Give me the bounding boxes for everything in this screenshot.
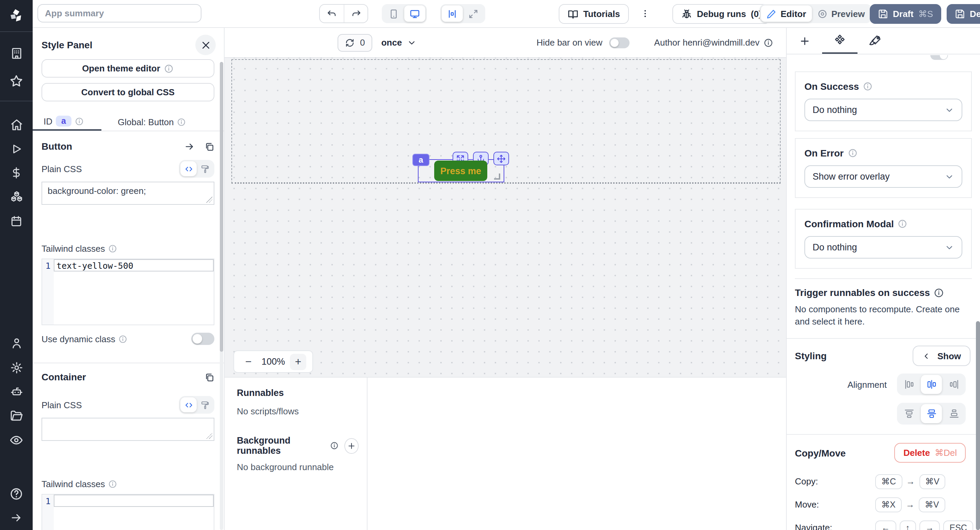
copy-icon[interactable] [204, 372, 215, 382]
component-id-tag[interactable]: a [412, 154, 430, 166]
hide-bar-on-view-toggle[interactable] [609, 37, 630, 48]
play-icon [10, 143, 22, 155]
tutorials-button[interactable]: Tutorials [559, 4, 629, 24]
top-toolbar: App summary [33, 0, 980, 28]
kbd-cmd-v: ⌘V [919, 474, 946, 489]
refresh-count: 0 [360, 37, 365, 48]
sidebar-item-settings[interactable] [0, 355, 33, 380]
styling-show-button[interactable]: Show [913, 346, 970, 366]
component-resize-handle[interactable] [494, 173, 500, 179]
sidebar-item-schedules[interactable] [0, 209, 33, 233]
canvas-column: 0 once Hide bar on view Author henri@win… [224, 28, 786, 530]
editor-preview-toggle: Editor Preview [759, 4, 872, 23]
align-horizontal-end-button[interactable] [943, 375, 964, 394]
sidebar-item-folders[interactable] [0, 404, 33, 428]
tab-insert-component[interactable] [787, 28, 822, 54]
zoom-out-button[interactable]: − [240, 354, 256, 370]
boxes-icon [10, 191, 23, 204]
sidebar-item-user[interactable] [0, 331, 33, 355]
info-icon [330, 441, 339, 451]
css-mode-toggle [179, 160, 215, 178]
redo-button[interactable] [344, 5, 368, 22]
app-summary-input[interactable]: App summary [37, 4, 202, 22]
runnables-title: Runnables [237, 388, 359, 398]
fullscreen-canvas-button[interactable] [463, 5, 484, 22]
refresh-button[interactable]: 0 [337, 34, 372, 51]
preview-tab[interactable]: Preview [811, 5, 870, 22]
sidebar-item-resources[interactable] [0, 185, 33, 209]
center-canvas-button[interactable] [442, 5, 463, 22]
partially-visible-toggle[interactable] [930, 55, 948, 60]
container-plain-css-textarea[interactable] [41, 418, 215, 441]
sidebar-item-workers[interactable] [0, 380, 33, 404]
info-icon [764, 38, 773, 47]
code-mode-button[interactable] [180, 161, 197, 176]
app-canvas[interactable]: a Press me − 100% + [224, 58, 786, 377]
settings-panel-scrollbar-thumb[interactable] [976, 321, 980, 530]
confirmation-modal-card: Confirmation Modal Do nothing [795, 209, 972, 269]
align-vertical-start-button[interactable] [898, 404, 920, 423]
tab-id[interactable]: ID a [33, 113, 102, 131]
tailwind-classes-value[interactable]: text-yellow-500 [54, 259, 214, 271]
use-dynamic-class-toggle[interactable] [191, 333, 215, 345]
close-style-panel-button[interactable] [195, 35, 216, 55]
container-tailwind-classes-editor[interactable]: 1 [41, 494, 215, 530]
add-background-runnable-button[interactable] [345, 438, 359, 454]
open-theme-editor-button[interactable]: Open theme editor [41, 59, 215, 78]
resize-grip-icon[interactable] [206, 197, 212, 203]
sidebar-item-workspace[interactable] [0, 41, 33, 66]
sidebar-item-home[interactable] [0, 113, 33, 137]
navigate-shortcut-label: Navigate: [795, 522, 832, 530]
style-panel-scrollbar-thumb[interactable] [220, 62, 223, 352]
canvas-layout-toggle [440, 4, 485, 23]
debug-runs-button[interactable]: Debug runs (0) [672, 4, 770, 24]
tab-component-styling[interactable] [858, 28, 893, 54]
draft-button[interactable]: Draft ⌘S [870, 4, 941, 24]
plain-css-textarea[interactable]: background-color: green; [41, 182, 215, 205]
undo-button[interactable] [320, 5, 344, 22]
copy-icon[interactable] [204, 141, 215, 151]
sidebar-item-variables[interactable] [0, 161, 33, 185]
delete-component-button[interactable]: Delete ⌘Del [894, 443, 966, 463]
sidebar-item-help[interactable] [0, 482, 33, 506]
tutorials-label: Tutorials [583, 9, 620, 19]
tab-global-button[interactable]: Global: Button [107, 113, 193, 131]
user-icon [10, 337, 23, 350]
sidebar-item-favorites[interactable] [0, 69, 33, 93]
on-success-select[interactable]: Do nothing [804, 98, 962, 121]
tab-component-settings[interactable] [822, 28, 858, 54]
align-vertical-center-button[interactable] [921, 404, 942, 423]
align-vertical-end-button[interactable] [943, 404, 964, 423]
press-me-button[interactable]: Press me [434, 160, 487, 181]
sidebar-divider [0, 101, 33, 102]
deploy-button[interactable]: Deploy [947, 4, 980, 24]
align-horizontal-start-button[interactable] [898, 375, 920, 394]
move-component-button[interactable] [493, 152, 509, 165]
refresh-mode-dropdown[interactable]: once [381, 37, 416, 48]
confirmation-modal-select[interactable]: Do nothing [804, 236, 962, 259]
sidebar-collapse-arrow[interactable] [0, 506, 33, 530]
code-mode-button[interactable] [180, 397, 197, 412]
on-error-select[interactable]: Show error overlay [804, 165, 962, 188]
paint-mode-button[interactable] [197, 397, 213, 412]
style-panel-title: Style Panel [41, 40, 92, 50]
convert-to-global-css-button[interactable]: Convert to global CSS [41, 83, 215, 102]
delete-label: Delete [904, 447, 930, 458]
desktop-view-button[interactable] [404, 5, 425, 22]
paint-mode-button[interactable] [197, 161, 213, 176]
container-tailwind-classes-value[interactable] [54, 495, 214, 507]
tailwind-classes-editor[interactable]: 1 text-yellow-500 [41, 259, 215, 325]
sidebar-item-audit-logs[interactable] [0, 428, 33, 452]
sidebar-item-runs[interactable] [0, 137, 33, 161]
align-horizontal-center-button[interactable] [921, 375, 942, 394]
editor-tab[interactable]: Editor [761, 5, 811, 22]
code-icon [184, 164, 193, 173]
mobile-view-button[interactable] [383, 5, 404, 22]
windmill-logo[interactable] [0, 0, 33, 32]
chevron-down-icon [407, 38, 416, 47]
component-icon [834, 34, 846, 46]
arrow-right-icon[interactable] [185, 141, 195, 151]
more-menu-button[interactable] [640, 5, 650, 22]
resize-grip-icon[interactable] [206, 433, 212, 439]
zoom-in-button[interactable]: + [290, 354, 306, 370]
